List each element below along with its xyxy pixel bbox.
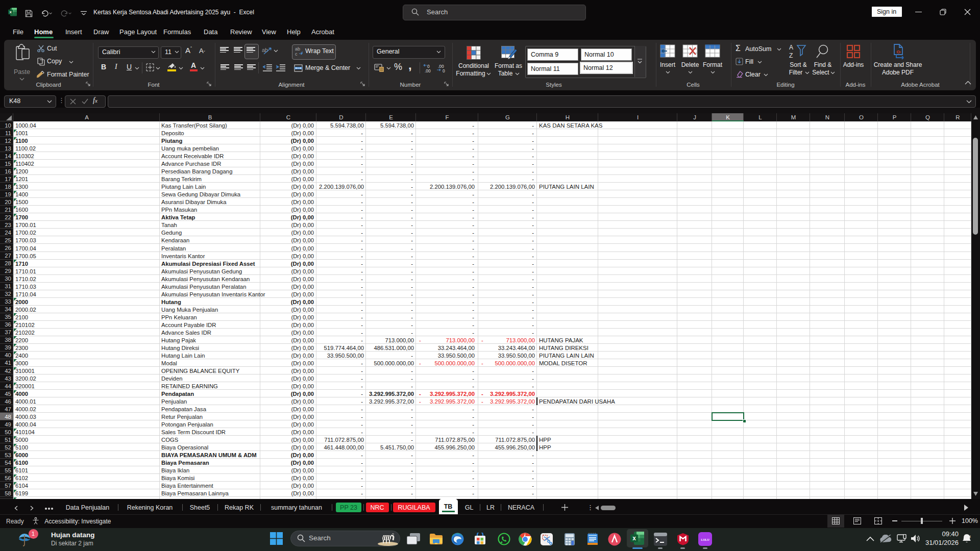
svg-text:0: 0 [443,68,445,73]
svg-text:LULU: LULU [701,538,709,541]
svg-text:c: c [295,52,298,56]
svg-text:ab: ab [262,47,268,53]
svg-text:x: x [632,535,636,542]
svg-text:A: A [789,44,793,51]
svg-text:z: z [969,534,971,539]
svg-text:ab: ab [295,46,300,52]
svg-text:x: x [9,10,12,14]
svg-text:Z: Z [789,52,793,59]
svg-text:.00: .00 [425,68,431,73]
